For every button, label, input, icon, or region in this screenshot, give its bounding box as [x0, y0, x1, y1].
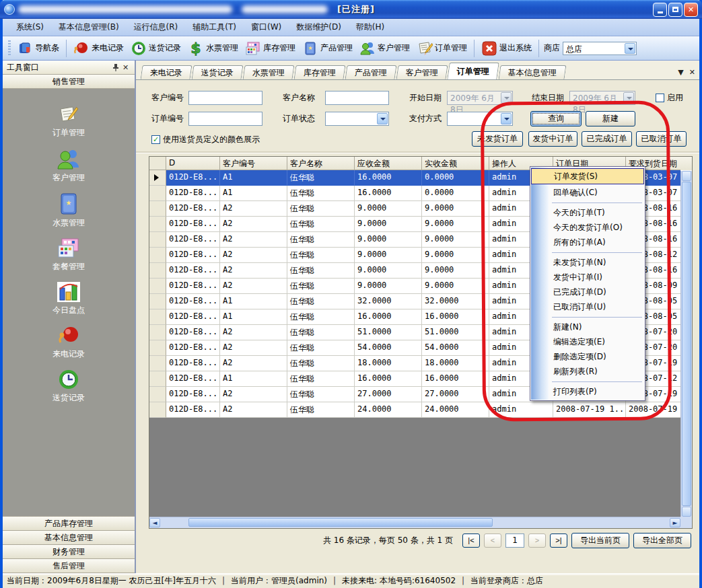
row-selector[interactable] — [149, 263, 166, 279]
checkbox-unchecked[interactable] — [656, 94, 664, 102]
water-ticket-button[interactable]: $ 水票管理 — [184, 39, 242, 58]
cell-id[interactable]: 012D-E8... — [166, 340, 220, 356]
cell-received[interactable]: 9.0000 — [422, 279, 489, 294]
cell-customer-name[interactable]: 伍华聪 — [287, 294, 355, 309]
cell-customer-no[interactable]: A2 — [220, 263, 287, 279]
cell-receivable[interactable]: 9.0000 — [355, 201, 422, 217]
cell-customer-no[interactable]: A2 — [220, 387, 287, 402]
order-no-input[interactable] — [188, 112, 262, 126]
cell-customer-name[interactable]: 伍华聪 — [287, 217, 355, 232]
close-button[interactable]: ✕ — [684, 3, 698, 17]
menu-item[interactable]: 辅助工具(T) — [186, 20, 243, 35]
cell-receivable[interactable]: 9.0000 — [355, 248, 422, 263]
table-row[interactable]: 012D-E8... A2 伍华聪 24.0000 24.0000 admin … — [149, 402, 692, 418]
product-button[interactable]: ★ 产品管理 — [299, 39, 356, 58]
tab[interactable]: 水票管理 — [243, 65, 295, 79]
cell-received[interactable]: 9.0000 — [422, 232, 489, 248]
order-status-select[interactable] — [325, 112, 389, 126]
menu-item[interactable]: 基本信息管理(B) — [52, 20, 126, 35]
sidebar-item-customer[interactable]: 客户管理 — [28, 147, 109, 184]
end-date-picker[interactable]: 2009年 6月 8日 — [569, 91, 635, 105]
cell-customer-name[interactable]: 伍华聪 — [287, 340, 355, 356]
cell-customer-name[interactable]: 伍华聪 — [287, 279, 355, 294]
customer-button[interactable]: 客户管理 — [356, 39, 413, 58]
chevron-down-icon[interactable] — [501, 113, 512, 124]
cell-id[interactable]: 012D-E8... — [166, 279, 220, 294]
cell-operator[interactable]: admin — [489, 402, 553, 418]
cell-customer-no[interactable]: A2 — [220, 217, 287, 232]
sidebar-item-combo[interactable]: 套餐管理 — [28, 237, 109, 272]
cell-customer-no[interactable]: A2 — [220, 201, 287, 217]
context-menu-item[interactable]: 今天的订单(T) — [531, 205, 644, 220]
sidebar-close-icon[interactable]: ✕ — [120, 63, 131, 73]
cell-id[interactable]: 012D-E8... — [166, 170, 220, 186]
cell-customer-name[interactable]: 伍华聪 — [287, 387, 355, 402]
checkbox-checked[interactable]: ✓ — [151, 135, 160, 144]
menu-item[interactable]: 运行信息(R) — [127, 20, 185, 35]
row-selector[interactable] — [149, 309, 166, 325]
customer-no-input[interactable] — [188, 91, 262, 105]
order-button[interactable]: 订单管理 — [413, 39, 470, 58]
pay-method-select[interactable] — [447, 112, 513, 126]
context-menu-item[interactable]: 所有的订单(A) — [531, 235, 644, 250]
cell-received[interactable]: 24.0000 — [422, 402, 489, 418]
cell-customer-name[interactable]: 伍华聪 — [287, 232, 355, 248]
cell-received[interactable]: 9.0000 — [422, 263, 489, 279]
export-all-pages-button[interactable]: 导出全部页 — [633, 533, 691, 548]
row-selector[interactable] — [149, 387, 166, 402]
row-selector[interactable] — [149, 294, 166, 309]
cell-customer-name[interactable]: 伍华聪 — [287, 309, 355, 325]
delivery-log-button[interactable]: 送货记录 — [127, 39, 184, 58]
row-selector[interactable] — [149, 170, 166, 186]
cell-customer-name[interactable]: 伍华聪 — [287, 371, 355, 387]
cancelled-orders-button[interactable]: 已取消订单 — [636, 131, 687, 147]
cell-receivable[interactable]: 24.0000 — [355, 402, 422, 418]
sidebar-item-ticket[interactable]: ★ 水票管理 — [28, 192, 109, 229]
pin-icon[interactable] — [110, 63, 120, 73]
shop-select[interactable]: 总店 — [563, 42, 637, 55]
tab[interactable]: 基本信息管理 — [499, 65, 567, 79]
context-menu-item[interactable]: 订单发货(S) — [531, 168, 644, 184]
tab-close-icon[interactable]: ✕ — [689, 68, 695, 77]
sidebar-item-daily-check[interactable]: 今日盘点 — [28, 281, 109, 316]
tab[interactable]: 库存管理 — [294, 65, 346, 79]
vertical-scroll-thumb[interactable] — [682, 182, 691, 506]
cell-received[interactable]: 54.0000 — [422, 340, 489, 356]
cell-receivable[interactable]: 51.0000 — [355, 325, 422, 340]
prev-page-button[interactable]: < — [484, 534, 501, 548]
menu-item[interactable]: 帮助(H) — [349, 20, 391, 35]
header-customer-name[interactable]: 客户名称 — [287, 157, 355, 170]
cell-id[interactable]: 012D-E8... — [166, 217, 220, 232]
cell-id[interactable]: 012D-E8... — [166, 387, 220, 402]
tab[interactable]: 订单管理 — [447, 63, 499, 79]
cell-receivable[interactable]: 32.0000 — [355, 294, 422, 309]
cell-receivable[interactable]: 16.0000 — [355, 371, 422, 387]
tab[interactable]: 来电记录 — [141, 65, 192, 79]
cell-customer-name[interactable]: 伍华聪 — [287, 356, 355, 371]
context-menu-item[interactable]: 已取消订单(U) — [531, 299, 644, 314]
section-after-sale[interactable]: 售后管理 — [3, 559, 135, 573]
cell-customer-name[interactable]: 伍华聪 — [287, 325, 355, 340]
menu-item[interactable]: 数据维护(D) — [289, 20, 348, 35]
scroll-left-icon[interactable]: ◄ — [149, 518, 160, 527]
tab[interactable]: 客户管理 — [396, 65, 448, 79]
cell-order-date[interactable]: 2008-07-19 1... — [553, 402, 626, 418]
cell-id[interactable]: 012D-E8... — [166, 325, 220, 340]
cell-id[interactable]: 012D-E8... — [166, 248, 220, 263]
chevron-down-icon[interactable] — [377, 113, 388, 124]
chevron-down-icon[interactable] — [501, 92, 512, 104]
cell-received[interactable]: 51.0000 — [422, 325, 489, 340]
cell-customer-no[interactable]: A2 — [220, 232, 287, 248]
last-page-button[interactable]: >| — [550, 534, 567, 548]
cell-customer-no[interactable]: A1 — [220, 170, 287, 186]
new-button[interactable]: 新建 — [586, 111, 635, 126]
row-selector[interactable] — [149, 248, 166, 263]
context-menu-item[interactable]: 删除选定项(D) — [531, 349, 644, 364]
context-menu-item[interactable]: 发货中订单(I) — [531, 270, 644, 285]
header-receivable[interactable]: 应收金额 — [355, 157, 422, 170]
cell-id[interactable]: 012D-E8... — [166, 294, 220, 309]
next-page-button[interactable]: > — [528, 534, 546, 548]
cell-customer-no[interactable]: A2 — [220, 340, 287, 356]
cell-customer-name[interactable]: 伍华聪 — [287, 186, 355, 201]
cell-customer-name[interactable]: 伍华聪 — [287, 263, 355, 279]
